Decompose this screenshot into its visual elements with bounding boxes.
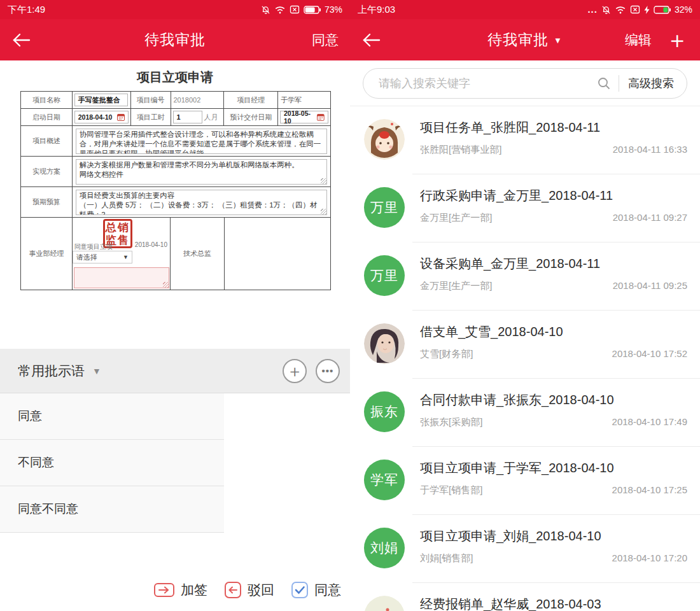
list-item[interactable]: 万里 行政采购申请_金万里_2018-04-11 金万里[生产一部] 2018-… [350, 174, 700, 242]
agree-button[interactable]: 同意 [291, 581, 341, 599]
handwrite-signature-box[interactable] [74, 267, 169, 288]
calendar-icon [317, 113, 325, 121]
common-phrases-title[interactable]: 常用批示语 [18, 362, 85, 380]
item-submitter: 金万里[生产一部] [420, 212, 492, 224]
tech-director-signature-cell [225, 218, 331, 290]
chevron-down-icon: ▼ [123, 254, 129, 260]
phrase-item-disagree[interactable]: 不同意 [0, 440, 224, 486]
avatar [364, 596, 405, 611]
overview-textarea[interactable]: 协同管理平台采用插件式整合设计理念，可以和各种异构系统建立松散耦合，对用户来讲处… [76, 129, 327, 154]
item-submitter: 艾雪[财务部] [420, 348, 473, 360]
item-submitter: 张振东[采购部] [420, 416, 482, 428]
solution-textarea[interactable]: 解决方案根据用户数量和管理需求不同分为单机版和网络版本两种。 网络文档控件 [76, 159, 327, 185]
field-label-overview: 项目概述 [21, 126, 73, 157]
signature-comment: 同意项目立项 [74, 242, 113, 251]
back-icon[interactable] [361, 32, 381, 48]
back-icon[interactable] [11, 32, 31, 48]
project-code-value: 2018002 [171, 92, 225, 109]
item-submitter: 于学军[销售部] [420, 484, 482, 496]
start-date-input[interactable]: 2018-04-10 [74, 111, 129, 123]
agree-check-icon [291, 581, 309, 599]
search-section: 高级搜索 [350, 60, 700, 106]
item-submitter: 刘娟[销售部] [420, 552, 473, 565]
wifi-icon [615, 5, 626, 14]
no-sim-icon [290, 5, 300, 14]
field-label-solution: 实现方案 [21, 157, 73, 187]
project-manager-value: 于学军 [278, 92, 331, 109]
approval-list: 项目任务单_张胜阳_2018-04-11 张胜阳[营销事业部] 2018-04-… [350, 106, 700, 611]
list-item[interactable]: 项目任务单_张胜阳_2018-04-11 张胜阳[营销事业部] 2018-04-… [350, 106, 700, 174]
edit-button[interactable]: 编辑 [625, 31, 652, 49]
phrase-item-agree-disagree[interactable]: 同意不同意 [0, 486, 224, 533]
item-submitter: 金万里[生产一部] [420, 280, 492, 292]
project-form-table: 项目名称 手写签批整合 项目编号 2018002 项目经理 于学军 启动日期 2… [20, 91, 331, 290]
right-status-bar: 上午9:03 ... 32% [350, 0, 700, 19]
phrase-item-agree[interactable]: 同意 [0, 393, 224, 440]
reject-icon [224, 581, 242, 599]
avatar: 万里 [364, 187, 405, 228]
item-timestamp: 2018-04-10 17:52 [612, 348, 687, 359]
search-pill: 高级搜索 [363, 68, 687, 99]
avatar: 学军 [364, 460, 405, 500]
item-timestamp: 2018-04-10 17:20 [612, 552, 687, 563]
list-item[interactable]: 经费报销单_赵华威_2018-04-03 [350, 583, 700, 611]
bu-manager-signature-cell: 总销 监售 同意项目立项 2018-04-10 请选择 ▼ [73, 218, 171, 290]
avatar [364, 119, 405, 160]
field-label-tech-director: 技术总监 [171, 218, 225, 290]
avatar [364, 323, 405, 364]
item-title: 合同付款申请_张振东_2018-04-10 [420, 391, 690, 409]
item-timestamp: 2018-04-11 09:27 [613, 212, 687, 223]
item-title: 行政采购申请_金万里_2018-04-11 [420, 187, 690, 204]
list-item[interactable]: 学军 项目立项申请_于学军_2018-04-10 于学军[销售部] 2018-0… [350, 447, 700, 515]
bottom-action-bar: 加签 驳回 同意 [153, 575, 341, 605]
budget-textarea[interactable]: 项目经费支出预算的主要内容 （一）人员费 5万； （二）设备费：3万； （三）租… [76, 190, 327, 215]
right-battery-percent: 32% [675, 4, 692, 15]
battery-charging-icon [654, 6, 671, 14]
work-hours-input[interactable]: 1 [173, 111, 202, 123]
advanced-search-button[interactable]: 高级搜索 [619, 76, 687, 91]
list-item[interactable]: 振东 合同付款申请_张振东_2018-04-10 张振东[采购部] 2018-0… [350, 379, 700, 447]
common-phrases-header: 常用批示语 ▼ ＋ ••• [0, 349, 350, 393]
charging-bolt-icon [644, 6, 650, 14]
search-input[interactable] [363, 77, 597, 90]
list-item[interactable]: 刘娟 项目立项申请_刘娟_2018-04-10 刘娟[销售部] 2018-04-… [350, 515, 700, 583]
signature-date: 2018-04-10 [135, 241, 167, 248]
field-label-project-code: 项目编号 [131, 92, 171, 109]
mute-bell-icon [261, 5, 270, 15]
resize-handle-icon[interactable] [163, 282, 169, 288]
left-page-title: 待我审批 [0, 30, 350, 50]
item-title: 项目立项申请_刘娟_2018-04-10 [420, 528, 690, 545]
notification-dots-icon: ... [587, 7, 598, 12]
field-label-delivery-date: 预计交付日期 [224, 109, 278, 126]
add-sign-icon [153, 582, 175, 598]
left-status-time: 下午1:49 [8, 4, 45, 16]
left-nav-bar: 待我审批 同意 [0, 19, 350, 60]
search-icon[interactable] [597, 76, 611, 90]
resize-handle-icon[interactable] [321, 178, 326, 184]
right-nav-bar: 待我审批▼ 编辑 ＋ [350, 19, 700, 60]
delivery-date-input[interactable]: 2018-05-10 [280, 111, 328, 123]
more-options-button[interactable]: ••• [316, 359, 340, 383]
opinion-select[interactable]: 请选择 ▼ [73, 251, 132, 263]
item-timestamp: 2018-04-10 17:49 [612, 416, 687, 427]
field-label-budget: 预期预算 [21, 187, 73, 218]
list-item[interactable]: 万里 设备采购单_金万里_2018-04-11 金万里[生产一部] 2018-0… [350, 242, 700, 311]
avatar: 万里 [364, 255, 405, 296]
field-label-project-name: 项目名称 [21, 92, 73, 109]
left-battery-percent: 73% [325, 4, 342, 15]
add-sign-button[interactable]: 加签 [153, 581, 207, 599]
project-name-input[interactable]: 手写签批整合 [74, 94, 128, 106]
reject-button[interactable]: 驳回 [224, 581, 274, 599]
list-item[interactable]: 借支单_艾雪_2018-04-10 艾雪[财务部] 2018-04-10 17:… [350, 311, 700, 379]
form-title: 项目立项申请 [0, 69, 350, 86]
field-label-bu-manager: 事业部经理 [21, 218, 73, 290]
no-sim-icon [630, 5, 640, 14]
agree-nav-button[interactable]: 同意 [312, 31, 339, 49]
resize-handle-icon[interactable] [321, 209, 326, 214]
avatar: 刘娟 [364, 528, 405, 568]
add-phrase-button[interactable]: ＋ [283, 359, 307, 383]
mute-bell-icon [601, 5, 611, 15]
create-new-button[interactable]: ＋ [666, 31, 689, 50]
chevron-down-icon[interactable]: ▼ [92, 366, 101, 376]
calendar-icon [117, 113, 125, 121]
